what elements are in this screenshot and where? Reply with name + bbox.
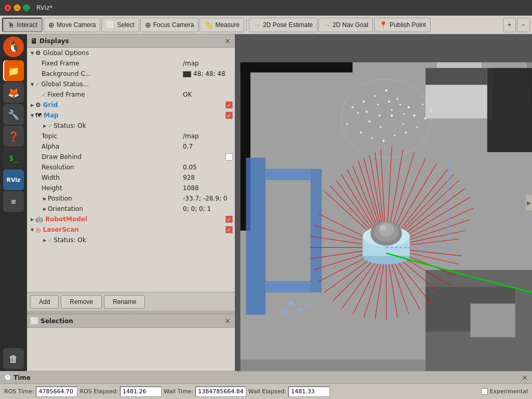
maximize-button[interactable]: □	[23, 4, 30, 11]
publish-point-button[interactable]: 📍 Publish Point	[374, 18, 431, 32]
dock-rviz-button[interactable]: RViz	[3, 169, 24, 190]
svg-point-3	[385, 89, 387, 91]
displays-panel-title: Displays	[39, 37, 69, 45]
remove-button[interactable]: Remove	[61, 295, 102, 309]
svg-point-26	[365, 111, 367, 113]
grid-row[interactable]: ▶ ⚙ Grid ✓	[27, 100, 235, 110]
grid-arrow: ▶	[29, 102, 35, 108]
displays-panel-buttons: Add Remove Rename	[27, 292, 235, 311]
svg-point-29	[403, 113, 405, 115]
svg-point-9	[391, 114, 393, 116]
svg-point-13	[351, 106, 353, 108]
move-camera-button[interactable]: ⊕ Move Camera	[44, 18, 100, 32]
black-struct-right	[487, 68, 532, 152]
background-color-row[interactable]: Background C... 48; 48; 48	[27, 69, 235, 79]
ros-elapsed-label: ROS Elapsed:	[79, 388, 118, 395]
close-button[interactable]: ×	[4, 4, 11, 11]
robot-model-checkbox[interactable]: ✓	[225, 216, 233, 223]
robot-model-arrow: ▶	[29, 216, 35, 222]
experimental-checkbox[interactable]	[481, 388, 488, 395]
map-alpha-value: 0.7	[183, 143, 235, 150]
focus-camera-icon: ⊕	[145, 21, 151, 29]
select-button[interactable]: ⬜ Select	[101, 18, 139, 32]
wall-time-value: 1384785664.84	[195, 387, 246, 397]
map-height-row[interactable]: Height 1088	[27, 183, 235, 193]
main-area: 🐧 📁 🦊 🔧 ❓ $_ RViz ⊞ 🗑 🖥 Displays ✕ ▼ ⚙ G…	[0, 34, 532, 371]
displays-panel-body[interactable]: ▼ ⚙ Global Options Fixed Frame /map Back…	[27, 48, 235, 292]
svg-point-1	[363, 100, 365, 102]
map-checkbox[interactable]: ✓	[225, 112, 233, 119]
dock-terminal-button[interactable]: $_	[3, 148, 24, 168]
laser-scan-row[interactable]: ▼ ◎ LaserScan ✓	[27, 224, 235, 235]
wall-elapsed-section: Wall Elapsed: 1481.33	[248, 387, 330, 397]
map-position-row[interactable]: ▶ Position -33.7; -28.9; 0	[27, 193, 235, 204]
dock-settings-button[interactable]: 🔧	[3, 104, 24, 125]
map-width-label: Width	[42, 174, 183, 181]
blue-dot-3	[284, 310, 287, 313]
laser-scan-arrow: ▼	[29, 227, 35, 233]
toolbar-separator-1	[246, 19, 247, 31]
pose-estimate-label: 2D Pose Estimate	[263, 21, 313, 29]
laser-scan-checkbox[interactable]: ✓	[225, 226, 233, 233]
fixed-frame-status-row[interactable]: ✓ Fixed Frame OK	[27, 89, 235, 100]
map-position-label: Position	[48, 195, 183, 202]
map-row[interactable]: ▼ 🗺 Map ✓	[27, 110, 235, 121]
toolbar: 🖱 Interact ⊕ Move Camera ⬜ Select ⊕ Focu…	[0, 16, 532, 34]
add-button[interactable]: Add	[30, 295, 59, 309]
global-options-icon: ⚙	[35, 49, 41, 57]
time-panel-close[interactable]: ✕	[522, 374, 528, 382]
dock-firefox-button[interactable]: 🦊	[3, 82, 24, 103]
measure-icon: 📏	[204, 21, 213, 29]
experimental-section[interactable]: Experimental	[481, 388, 528, 395]
dock-workspace-button[interactable]: ⊞	[3, 191, 24, 212]
pose-estimate-button[interactable]: → 2D Pose Estimate	[249, 18, 317, 32]
nav-goal-button[interactable]: → 2D Nav Goal	[318, 18, 373, 32]
dock-ubuntu-button[interactable]: 🐧	[3, 36, 24, 57]
add-display-button[interactable]: +	[503, 18, 516, 32]
map-alpha-label: Alpha	[42, 143, 183, 150]
svg-point-27	[391, 109, 393, 111]
move-camera-icon: ⊕	[48, 21, 55, 29]
map-alpha-row[interactable]: Alpha 0.7	[27, 141, 235, 152]
grid-checkbox[interactable]: ✓	[225, 101, 233, 109]
map-topic-row[interactable]: Topic /map	[27, 131, 235, 141]
map-draw-behind-row[interactable]: Draw Behind	[27, 152, 235, 162]
time-panel-title: Time	[14, 374, 31, 381]
global-options-arrow: ▼	[29, 50, 35, 56]
panels-area: 🖥 Displays ✕ ▼ ⚙ Global Options Fixed Fr…	[27, 34, 235, 371]
laser-scan-status-arrow: ▶	[42, 237, 48, 243]
laser-scan-status-row[interactable]: ▶ ✓ Status: Ok	[27, 235, 235, 245]
selection-panel-close[interactable]: ✕	[223, 317, 232, 325]
interact-icon: 🖱	[7, 21, 15, 29]
minus-button[interactable]: −	[517, 18, 530, 32]
svg-point-12	[422, 103, 423, 105]
viewport-expand-right[interactable]: ▶	[526, 195, 532, 210]
wall-time-label: Wall Time:	[164, 388, 193, 395]
global-status-row[interactable]: ▼ ✓ Global Status...	[27, 79, 235, 89]
robot-model-row[interactable]: ▶ 🤖 RobotModel ✓	[27, 214, 235, 224]
black-struct-center	[425, 68, 487, 85]
global-options-row[interactable]: ▼ ⚙ Global Options	[27, 48, 235, 58]
dock-files-button[interactable]: 📁	[3, 60, 24, 81]
laser-scan-status-icon: ✓	[48, 237, 52, 244]
select-icon: ⬜	[106, 21, 115, 29]
map-width-row[interactable]: Width 928	[27, 172, 235, 183]
dock-trash-button[interactable]: 🗑	[3, 348, 24, 369]
dock-help-button[interactable]: ❓	[3, 126, 24, 147]
wall-elapsed-label: Wall Elapsed:	[248, 388, 286, 395]
map-draw-behind-checkbox[interactable]	[225, 153, 233, 161]
wall-left	[235, 34, 241, 371]
map-orientation-row[interactable]: ▶ Orientation 0; 0; 0; 1	[27, 204, 235, 214]
rename-button[interactable]: Rename	[104, 295, 145, 309]
map-status-row[interactable]: ▶ ✓ Status: Ok	[27, 121, 235, 131]
viewport[interactable]: ◀	[235, 34, 532, 371]
fixed-frame-row[interactable]: Fixed Frame /map	[27, 58, 235, 69]
map-resolution-row[interactable]: Resolution 0.05	[27, 162, 235, 172]
global-status-arrow: ▼	[29, 81, 35, 87]
map-resolution-value: 0.05	[183, 164, 235, 171]
focus-camera-button[interactable]: ⊕ Focus Camera	[140, 18, 199, 32]
displays-panel-close[interactable]: ✕	[223, 37, 232, 45]
minimize-button[interactable]: −	[14, 4, 21, 11]
interact-button[interactable]: 🖱 Interact	[2, 18, 43, 32]
measure-button[interactable]: 📏 Measure	[200, 18, 244, 32]
